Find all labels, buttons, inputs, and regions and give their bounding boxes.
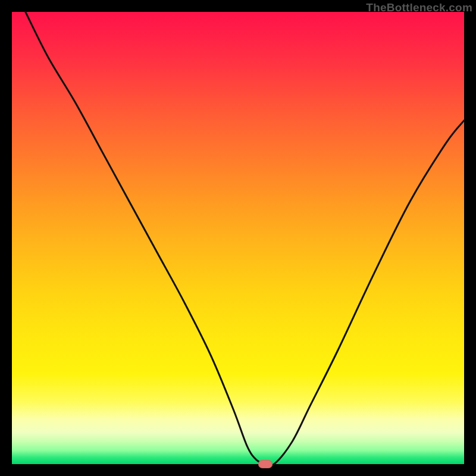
chart-container: TheBottleneck.com [0,0,476,476]
plot-area [12,12,464,464]
curve-svg [12,12,464,464]
optimal-marker [258,460,273,468]
bottleneck-curve [26,12,464,466]
